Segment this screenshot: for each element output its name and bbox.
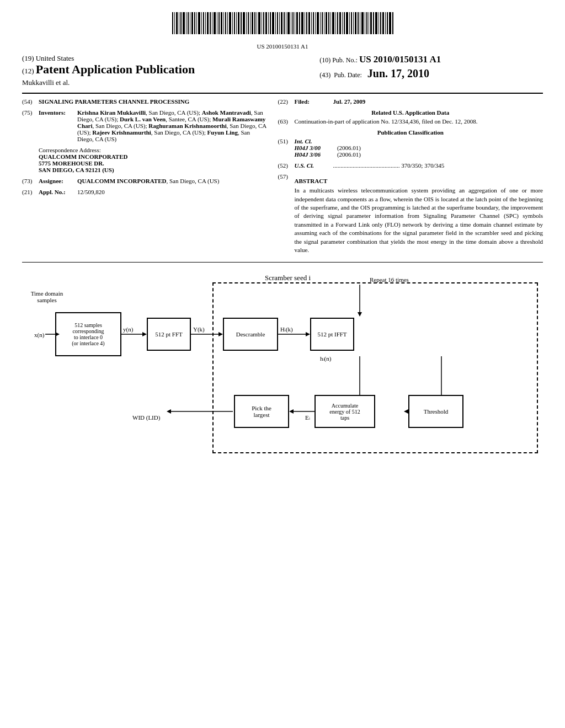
left-column: (54) SIGNALING PARAMETERS CHANNEL PROCES… <box>22 98 267 259</box>
diagram-section: Scramber seed i Time domain samples 512 … <box>22 274 543 472</box>
svg-rect-45 <box>272 12 274 34</box>
related-title: Related U.S. Application Data <box>278 109 543 116</box>
correspondence-addr1: 5775 MOREHOUSE DR. <box>39 160 104 167</box>
abstract-title: ABSTRACT <box>295 178 543 184</box>
svg-rect-72 <box>332 12 334 34</box>
yn-label: y(n) <box>123 326 133 333</box>
svg-rect-43 <box>268 12 269 34</box>
field-75-value: Krishna Kiran Mukkavilli, San Diego, CA … <box>77 109 266 142</box>
svg-rect-3 <box>179 12 179 34</box>
svg-rect-51 <box>286 12 286 34</box>
svg-rect-78 <box>346 12 348 34</box>
wid-label: WID (LID) <box>132 414 160 421</box>
svg-rect-62 <box>311 12 312 34</box>
svg-rect-60 <box>306 12 307 34</box>
dashed-box-scrambler <box>212 282 538 453</box>
pub-date-label: Pub. Date: <box>334 71 362 79</box>
patent-type-num: (12) <box>22 67 34 75</box>
main-content: (54) SIGNALING PARAMETERS CHANNEL PROCES… <box>22 98 543 259</box>
pub-date-row: (43) Pub. Date: Jun. 17, 2010 <box>319 67 543 80</box>
svg-rect-26 <box>229 12 231 34</box>
svg-rect-28 <box>234 12 235 34</box>
svg-rect-30 <box>238 12 239 34</box>
svg-rect-82 <box>355 12 356 34</box>
header-section: (19) United States (12) Patent Applicati… <box>22 54 543 87</box>
svg-rect-70 <box>328 12 329 34</box>
field-52-value: 370/350; 370/345 <box>401 162 444 169</box>
field-75-row: (75) Inventors: Krishna Kiran Mukkavilli… <box>22 109 267 142</box>
field-51-content: Int. Cl. H04J 3/00 (2006.01) H04J 3/06 (… <box>295 138 543 158</box>
svg-rect-64 <box>315 12 316 34</box>
svg-rect-65 <box>317 12 319 34</box>
pub-no-value: US 2010/0150131 A1 <box>359 54 441 65</box>
svg-rect-37 <box>254 12 255 34</box>
svg-rect-11 <box>196 12 197 34</box>
svg-rect-63 <box>313 12 314 34</box>
abstract-text: In a multicasts wireless telecommunicati… <box>295 186 543 254</box>
svg-rect-86 <box>365 12 365 34</box>
barcode-area <box>22 11 543 41</box>
diagram-title: Scramber seed i <box>265 274 311 282</box>
svg-rect-29 <box>236 12 237 34</box>
field-73-content: QUALCOMM INCORPORATED, San Diego, CA (US… <box>77 178 267 184</box>
field-73-num: (73) <box>22 178 39 184</box>
pub-class-title: Publication Classification <box>278 129 543 136</box>
svg-rect-90 <box>373 12 374 34</box>
svg-rect-75 <box>339 12 341 34</box>
pub-no-num: (10) <box>319 56 331 64</box>
svg-rect-92 <box>379 12 379 34</box>
svg-rect-84 <box>360 12 360 34</box>
svg-rect-32 <box>243 12 245 34</box>
field-52-content: ........................................… <box>333 162 543 169</box>
content-divider <box>22 262 543 263</box>
svg-rect-16 <box>207 12 209 34</box>
svg-rect-23 <box>223 12 224 34</box>
svg-rect-68 <box>324 12 324 34</box>
field-51-row: (51) Int. Cl. H04J 3/00 (2006.01) H04J 3… <box>278 138 543 158</box>
box-512-samples: 512 samples corresponding to interlace 0… <box>55 312 121 356</box>
svg-rect-53 <box>291 12 291 34</box>
pub-no-label: Pub. No.: <box>332 56 358 64</box>
field-22-row: (22) Filed: Jul. 27, 2009 <box>278 98 543 105</box>
svg-rect-2 <box>176 12 178 34</box>
svg-rect-79 <box>349 12 350 34</box>
field-54-value: SIGNALING PARAMETERS CHANNEL PROCESSING <box>39 98 189 105</box>
svg-rect-33 <box>246 12 247 34</box>
svg-rect-73 <box>335 12 336 34</box>
correspondence-label: Correspondence Address: <box>39 147 267 153</box>
field-57-row: (57) ABSTRACT In a multicasts wireless t… <box>278 173 543 254</box>
svg-rect-46 <box>275 12 276 34</box>
svg-rect-48 <box>279 12 280 34</box>
svg-rect-19 <box>214 12 216 34</box>
svg-rect-56 <box>296 12 298 34</box>
svg-rect-20 <box>217 12 217 34</box>
field-73-value: QUALCOMM INCORPORATED, San Diego, CA (US… <box>77 178 219 184</box>
svg-marker-114 <box>167 409 171 414</box>
svg-rect-1 <box>174 12 175 34</box>
svg-rect-88 <box>369 12 369 34</box>
field-52-row: (52) U.S. Cl. ..........................… <box>278 162 543 169</box>
svg-rect-17 <box>210 12 211 34</box>
field-63-content: Continuation-in-part of application No. … <box>295 118 543 125</box>
svg-rect-27 <box>232 12 233 34</box>
svg-rect-54 <box>292 12 294 34</box>
field-21-content: 12/509,820 <box>77 189 267 195</box>
svg-rect-18 <box>212 12 212 34</box>
svg-rect-35 <box>250 12 250 34</box>
field-22-value: Jul. 27, 2009 <box>333 98 366 105</box>
svg-rect-67 <box>322 12 323 34</box>
time-domain-label: Time domain samples <box>22 290 72 303</box>
int-cl-1: H04J 3/00 <box>295 144 321 151</box>
svg-rect-57 <box>299 12 300 34</box>
patent-type-line: (12) Patent Application Publication <box>22 63 308 76</box>
field-21-label: Appl. No.: <box>39 189 77 195</box>
svg-rect-59 <box>305 12 305 34</box>
field-63-row: (63) Continuation-in-part of application… <box>278 118 543 125</box>
field-21-value: 12/509,820 <box>77 189 105 195</box>
svg-rect-49 <box>281 12 282 34</box>
int-cl-class2: H04J 3/06 <box>295 151 321 158</box>
barcode-svg <box>167 11 398 39</box>
svg-rect-80 <box>351 12 352 34</box>
svg-rect-9 <box>191 12 193 34</box>
svg-rect-98 <box>392 12 393 34</box>
